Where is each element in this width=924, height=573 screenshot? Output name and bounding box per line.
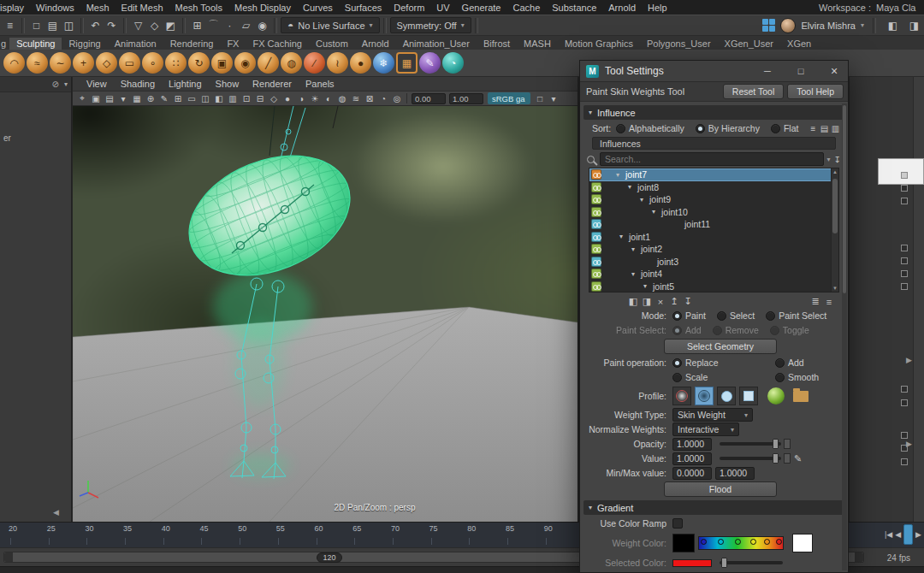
close-button[interactable]: ×	[820, 61, 848, 82]
redo-icon[interactable]: ↷	[104, 16, 120, 34]
gamma-field[interactable]	[449, 93, 483, 104]
weight-color-ramp[interactable]	[698, 536, 784, 550]
viewport-toolbar-icon[interactable]: ⊟	[254, 92, 267, 105]
influence-section-header[interactable]: ▾ Influence	[583, 105, 844, 120]
slider-handle[interactable]	[773, 453, 779, 464]
shelf-tab[interactable]: Motion Graphics	[558, 38, 640, 50]
menu-item[interactable]: Mesh Tools	[169, 3, 228, 13]
status-menu-icon[interactable]: ≡	[2, 16, 18, 34]
shelf-tab[interactable]: XGen	[780, 38, 818, 50]
panel-menu-item[interactable]: Shading	[114, 79, 162, 89]
joint-row[interactable]: ▾ joint1	[589, 231, 838, 244]
volume-brush-icon[interactable]	[767, 387, 785, 405]
panel-menu-item[interactable]: Show	[209, 79, 246, 89]
checkbox[interactable]	[901, 386, 908, 393]
mode-paint-select-label[interactable]: Paint Select	[779, 310, 826, 321]
sculpt-brush-icon[interactable]: ✎	[419, 52, 441, 74]
checkbox[interactable]	[901, 432, 908, 439]
list-options-icon[interactable]: ≣	[808, 295, 822, 308]
sort-alphabetically-radio[interactable]	[616, 124, 625, 133]
viewport-toolbar-icon[interactable]: ▣	[90, 92, 103, 105]
select-by-hierarchy-icon[interactable]: ▽	[130, 16, 146, 34]
viewport-toolbar-icon[interactable]: ◫	[199, 92, 212, 105]
menu-item[interactable]: Mesh Display	[228, 3, 297, 13]
weights-action-icon[interactable]: ↧	[681, 295, 695, 308]
menu-item[interactable]: Generate	[456, 3, 507, 13]
expand-caret-icon[interactable]: ▾	[631, 245, 639, 253]
op-scale-radio[interactable]	[672, 373, 682, 382]
sculpt-brush-icon[interactable]: ▦	[396, 52, 418, 74]
sort-flat-label[interactable]: Flat	[784, 123, 799, 133]
expand-caret-icon[interactable]: ▾	[628, 183, 636, 191]
exposure-field[interactable]	[412, 93, 446, 104]
menu-item[interactable]: Windows	[30, 3, 80, 13]
snapshot-icon[interactable]: □	[534, 92, 547, 105]
slider-handle[interactable]	[773, 439, 779, 449]
perspective-viewport[interactable]: ViewShadingLightingShowRendererPanels ⌖▣…	[73, 77, 578, 522]
snap-to-curve-icon[interactable]: ⌒	[205, 16, 222, 34]
checkbox[interactable]	[901, 399, 908, 406]
checkbox[interactable]	[901, 283, 908, 290]
viewport-toolbar-icon[interactable]: ◎	[391, 92, 404, 105]
sculpt-brush-icon[interactable]: ≈	[27, 52, 48, 74]
live-surface-dropdown[interactable]: ◓ No Live Surface ▾	[281, 17, 380, 33]
weights-action-icon[interactable]: ◧	[626, 295, 640, 308]
viewport-toolbar-icon[interactable]: ◇	[268, 92, 281, 105]
viewport-toolbar-icon[interactable]: ⊠	[364, 92, 376, 105]
new-scene-icon[interactable]: □	[28, 16, 44, 34]
op-add-label[interactable]: Add	[788, 357, 804, 368]
gradient-section-header[interactable]: ▾ Gradient	[583, 500, 844, 515]
op-smooth-label[interactable]: Smooth	[788, 372, 819, 382]
shelf-tab[interactable]: Rigging	[62, 38, 107, 50]
sculpt-brush-icon[interactable]: ↻	[188, 52, 210, 74]
viewport-toolbar-icon[interactable]: ⊞	[172, 92, 185, 105]
shelf-tab[interactable]: FX	[220, 38, 246, 50]
joint-row[interactable]: ▾ joint2	[589, 243, 838, 256]
opacity-field[interactable]	[672, 438, 712, 451]
step-back-button[interactable]: |◀	[885, 530, 892, 539]
sculpt-brush-icon[interactable]: ●	[350, 52, 371, 74]
menu-item[interactable]: Mesh	[80, 3, 116, 13]
joint-row[interactable]: joint3	[589, 256, 838, 269]
viewport-toolbar-icon[interactable]: ⌖	[76, 92, 89, 105]
menu-item[interactable]: Deform	[388, 3, 430, 13]
window-scrollbar[interactable]	[842, 103, 847, 570]
sculpt-brush-icon[interactable]: ∘	[142, 52, 163, 74]
op-smooth-radio[interactable]	[775, 373, 785, 382]
joint-row[interactable]: ▾ joint7	[589, 168, 838, 181]
list-display-icon[interactable]: ▥	[830, 124, 841, 133]
expand-panel-icon[interactable]: ▶	[906, 440, 912, 448]
mode-paint-label[interactable]: Paint	[685, 310, 706, 321]
weights-action-icon[interactable]: ↥	[667, 295, 681, 308]
opacity-slider[interactable]	[720, 442, 781, 446]
snap-to-plane-icon[interactable]: ▱	[238, 16, 254, 34]
joint-row[interactable]: ▾ joint8	[589, 181, 838, 194]
shelf-tab[interactable]: Custom	[309, 38, 355, 50]
min-value-field[interactable]	[672, 467, 712, 480]
mode-paint-select-radio[interactable]	[766, 311, 775, 321]
collapse-panel-icon[interactable]: ◀	[53, 508, 59, 517]
viewport-toolbar-icon[interactable]: ⊕	[145, 92, 157, 105]
viewport-toolbar-icon[interactable]: ▤	[104, 92, 116, 105]
selected-color-swatch[interactable]	[672, 559, 712, 567]
shelf-tab[interactable]: MASH	[517, 38, 558, 50]
viewport-toolbar-icon[interactable]: ▭	[186, 92, 198, 105]
viewport-toolbar-icon[interactable]: ✎	[158, 92, 171, 105]
brush-profile-gaussian[interactable]	[672, 387, 691, 405]
sculpt-brush-icon[interactable]: +	[73, 52, 94, 74]
value-slider[interactable]	[720, 457, 781, 460]
brush-profile-solid[interactable]	[717, 387, 736, 405]
list-display-icon[interactable]: ▤	[819, 124, 830, 133]
max-color-swatch[interactable]	[792, 534, 813, 552]
expand-caret-icon[interactable]: ▾	[619, 233, 627, 240]
colorspace-button[interactable]: sRGB ga	[488, 92, 530, 104]
viewport-toolbar-icon[interactable]: ≋	[350, 92, 363, 105]
snap-to-grid-icon[interactable]: ⊞	[189, 16, 205, 34]
influence-list[interactable]: ▾ joint7 ▾ joint8 ▾ joint9 ▾ joint10	[589, 168, 839, 292]
checkbox[interactable]	[901, 245, 908, 251]
joint-row[interactable]: ▾ joint9	[589, 193, 838, 206]
snap-to-point-icon[interactable]: ∙	[222, 16, 238, 34]
expand-caret-icon[interactable]: ▾	[616, 171, 624, 179]
sculpt-brush-icon[interactable]: ◔	[442, 52, 464, 74]
sculpt-brush-icon[interactable]: ◠	[3, 52, 25, 74]
